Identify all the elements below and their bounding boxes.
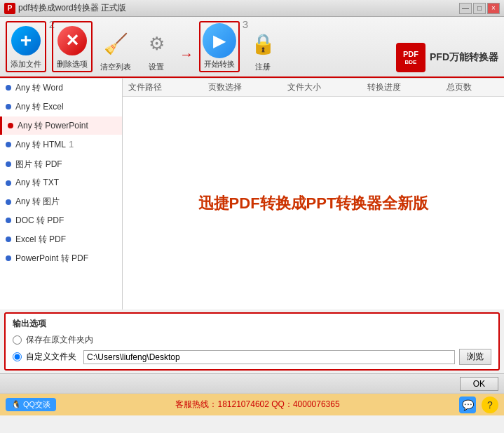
sidebar-item-excel-pdf[interactable]: Excel 转 PDF: [0, 230, 122, 249]
maximize-btn[interactable]: □: [473, 3, 486, 14]
dot-icon: [6, 104, 11, 109]
delete-redbox: ✕ 删除选项: [52, 21, 93, 72]
help-icon: ?: [487, 399, 493, 411]
register-label: 注册: [255, 62, 271, 72]
minimize-btn[interactable]: —: [459, 3, 472, 14]
sidebar-item-any-word[interactable]: Any 转 Word: [0, 79, 122, 98]
pfd-logo-area: PDF BDE PFD万能转换器: [396, 43, 498, 72]
start-button[interactable]: ▶ 开始转换: [202, 24, 237, 69]
register-button[interactable]: 🔒 注册: [245, 27, 280, 72]
output-option1-label: 保存在原文件夹内: [26, 334, 93, 346]
output-section: 输出选项 保存在原文件夹内 自定义文件夹 浏览: [4, 312, 500, 371]
col-progress: 转换进度: [367, 81, 419, 93]
app-icon: P: [4, 3, 15, 14]
dot-icon: [6, 85, 11, 91]
delete-btn-wrapper: ✕ 删除选项: [52, 21, 93, 72]
col-size: 文件大小: [287, 81, 339, 93]
delete-label: 删除选项: [57, 59, 88, 69]
content-area: 文件路径 页数选择 文件大小 转换进度 总页数 迅捷PDF转换成PPT转换器全新…: [123, 78, 504, 309]
main-area: Any 转 Word Any 转 Excel Any 转 PowerPoint …: [0, 78, 504, 309]
dot-icon: [6, 255, 11, 261]
clear-button[interactable]: 🧹 清空列表: [98, 27, 133, 72]
start-btn-wrapper: ▶ 开始转换 3: [199, 21, 240, 72]
chat-icon: 💬: [462, 399, 474, 411]
content-body: 迅捷PDF转换成PPT转换器全新版: [123, 97, 504, 309]
sidebar-item-ppt-pdf[interactable]: PowerPoint 转 PDF: [0, 249, 122, 268]
delete-icon: ✕: [57, 26, 87, 55]
add-file-button[interactable]: + 添加文件: [8, 24, 43, 69]
output-title: 输出选项: [13, 318, 491, 330]
toolbar-arrow: →: [179, 46, 193, 62]
add-icon: +: [11, 26, 41, 55]
add-file-label: 添加文件: [11, 59, 41, 69]
ok-button[interactable]: OK: [460, 377, 498, 391]
settings-label: 设置: [149, 62, 164, 72]
col-pages: 页数选择: [208, 81, 260, 93]
dot-icon: [6, 142, 11, 147]
window-controls: — □ ×: [459, 3, 500, 14]
pfd-logo: PDF BDE: [396, 43, 425, 72]
browse-button[interactable]: 浏览: [459, 349, 491, 365]
col-filepath: 文件路径: [128, 81, 180, 93]
sidebar-item-doc-pdf[interactable]: DOC 转 PDF: [0, 211, 122, 230]
promo-text: 迅捷PDF转换成PPT转换器全新版: [198, 193, 429, 214]
app-title: pdf转换成word转换器 正式版: [18, 2, 126, 14]
dot-icon: [6, 237, 11, 242]
dot-icon: [6, 161, 11, 167]
qq-icon: 🐧: [11, 400, 21, 409]
dot-icon: [6, 180, 11, 186]
settings-icon: ⚙: [142, 29, 171, 58]
footer-icons: 💬 ?: [459, 397, 498, 413]
footer: 🐧 QQ交谈 客服热线：18121074602 QQ：4000076365 💬 …: [0, 393, 504, 415]
dot-icon: [6, 199, 11, 205]
sidebar-item-any-ppt[interactable]: Any 转 PowerPoint: [0, 116, 122, 135]
output-option2-label: 自定义文件夹: [26, 351, 76, 363]
dot-icon: [8, 123, 13, 128]
start-icon: ▶: [203, 23, 236, 58]
delete-button[interactable]: ✕ 删除选项: [55, 24, 90, 69]
help-button[interactable]: ?: [482, 397, 498, 413]
col-total: 总页数: [447, 81, 498, 93]
qq-label: QQ交谈: [23, 399, 50, 410]
pfd-title: PFD万能转换器: [430, 51, 498, 64]
output-path-input[interactable]: [83, 350, 455, 364]
clear-label: 清空列表: [100, 62, 131, 72]
sidebar-item-any-html[interactable]: Any 转 HTML 1: [0, 135, 122, 154]
qq-chat-button[interactable]: 🐧 QQ交谈: [6, 398, 56, 411]
dot-icon: [6, 218, 11, 223]
content-header: 文件路径 页数选择 文件大小 转换进度 总页数: [123, 79, 504, 97]
toolbar: + 添加文件 2 ✕ 删除选项 🧹 清空列表 ⚙ 设置: [0, 17, 504, 78]
badge-3: 3: [243, 18, 248, 30]
sidebar: Any 转 Word Any 转 Excel Any 转 PowerPoint …: [0, 78, 123, 309]
output-option2-row: 自定义文件夹 浏览: [13, 349, 491, 365]
chat-button[interactable]: 💬: [459, 397, 476, 413]
footer-hotline: 客服热线：18121074602 QQ：4000076365: [63, 399, 452, 411]
output-option1-radio[interactable]: [13, 335, 22, 345]
output-option2-radio[interactable]: [13, 352, 22, 361]
close-btn[interactable]: ×: [487, 3, 500, 14]
start-label: 开始转换: [204, 59, 235, 69]
sidebar-item-img-pdf[interactable]: 图片 转 PDF: [0, 155, 122, 174]
sidebar-item-any-excel[interactable]: Any 转 Excel: [0, 98, 122, 116]
bottom-bar: OK: [0, 373, 504, 393]
add-file-redbox: + 添加文件: [6, 21, 46, 72]
settings-button[interactable]: ⚙ 设置: [139, 27, 174, 72]
add-file-btn-wrapper: + 添加文件 2: [6, 21, 46, 72]
sidebar-item-any-txt[interactable]: Any 转 TXT: [0, 173, 122, 192]
badge-1: 1: [69, 138, 74, 151]
sidebar-item-any-img[interactable]: Any 转 图片: [0, 192, 122, 211]
title-bar: P pdf转换成word转换器 正式版 — □ ×: [0, 0, 504, 17]
register-icon: 🔒: [248, 29, 278, 58]
start-redbox: ▶ 开始转换: [199, 21, 240, 72]
clear-icon: 🧹: [101, 29, 130, 58]
output-option1-row: 保存在原文件夹内: [13, 334, 491, 346]
